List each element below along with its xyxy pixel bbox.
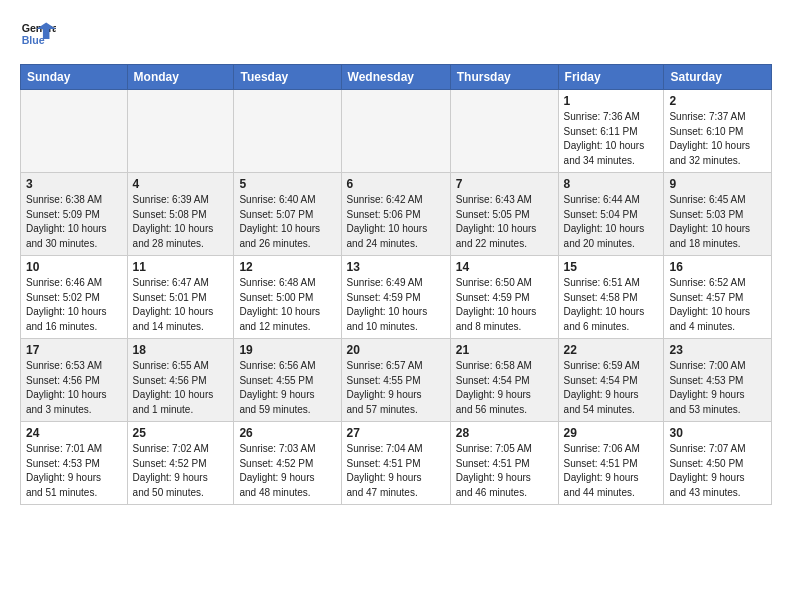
calendar-cell xyxy=(21,90,128,173)
calendar-cell xyxy=(127,90,234,173)
day-info: Sunrise: 7:02 AM Sunset: 4:52 PM Dayligh… xyxy=(133,442,229,500)
day-number: 27 xyxy=(347,426,445,440)
day-number: 4 xyxy=(133,177,229,191)
calendar-cell: 4Sunrise: 6:39 AM Sunset: 5:08 PM Daylig… xyxy=(127,173,234,256)
day-number: 8 xyxy=(564,177,659,191)
day-info: Sunrise: 6:43 AM Sunset: 5:05 PM Dayligh… xyxy=(456,193,553,251)
calendar-week-row: 24Sunrise: 7:01 AM Sunset: 4:53 PM Dayli… xyxy=(21,422,772,505)
calendar-cell: 21Sunrise: 6:58 AM Sunset: 4:54 PM Dayli… xyxy=(450,339,558,422)
calendar: SundayMondayTuesdayWednesdayThursdayFrid… xyxy=(20,64,772,505)
calendar-cell: 7Sunrise: 6:43 AM Sunset: 5:05 PM Daylig… xyxy=(450,173,558,256)
day-info: Sunrise: 7:04 AM Sunset: 4:51 PM Dayligh… xyxy=(347,442,445,500)
day-info: Sunrise: 6:47 AM Sunset: 5:01 PM Dayligh… xyxy=(133,276,229,334)
day-info: Sunrise: 6:53 AM Sunset: 4:56 PM Dayligh… xyxy=(26,359,122,417)
day-number: 22 xyxy=(564,343,659,357)
day-number: 21 xyxy=(456,343,553,357)
day-number: 6 xyxy=(347,177,445,191)
day-number: 28 xyxy=(456,426,553,440)
svg-text:Blue: Blue xyxy=(22,34,45,46)
calendar-cell: 14Sunrise: 6:50 AM Sunset: 4:59 PM Dayli… xyxy=(450,256,558,339)
day-number: 3 xyxy=(26,177,122,191)
logo: General Blue xyxy=(20,16,56,52)
calendar-weekday-friday: Friday xyxy=(558,65,664,90)
day-number: 5 xyxy=(239,177,335,191)
day-info: Sunrise: 7:37 AM Sunset: 6:10 PM Dayligh… xyxy=(669,110,766,168)
day-info: Sunrise: 6:58 AM Sunset: 4:54 PM Dayligh… xyxy=(456,359,553,417)
calendar-cell: 17Sunrise: 6:53 AM Sunset: 4:56 PM Dayli… xyxy=(21,339,128,422)
calendar-cell: 16Sunrise: 6:52 AM Sunset: 4:57 PM Dayli… xyxy=(664,256,772,339)
day-info: Sunrise: 6:49 AM Sunset: 4:59 PM Dayligh… xyxy=(347,276,445,334)
calendar-cell: 5Sunrise: 6:40 AM Sunset: 5:07 PM Daylig… xyxy=(234,173,341,256)
day-number: 16 xyxy=(669,260,766,274)
calendar-cell: 3Sunrise: 6:38 AM Sunset: 5:09 PM Daylig… xyxy=(21,173,128,256)
calendar-cell: 26Sunrise: 7:03 AM Sunset: 4:52 PM Dayli… xyxy=(234,422,341,505)
page: General Blue SundayMondayTuesdayWednesda… xyxy=(0,0,792,521)
day-info: Sunrise: 7:06 AM Sunset: 4:51 PM Dayligh… xyxy=(564,442,659,500)
calendar-cell: 23Sunrise: 7:00 AM Sunset: 4:53 PM Dayli… xyxy=(664,339,772,422)
calendar-week-row: 1Sunrise: 7:36 AM Sunset: 6:11 PM Daylig… xyxy=(21,90,772,173)
day-number: 14 xyxy=(456,260,553,274)
day-number: 13 xyxy=(347,260,445,274)
day-info: Sunrise: 6:42 AM Sunset: 5:06 PM Dayligh… xyxy=(347,193,445,251)
calendar-cell: 2Sunrise: 7:37 AM Sunset: 6:10 PM Daylig… xyxy=(664,90,772,173)
calendar-cell: 24Sunrise: 7:01 AM Sunset: 4:53 PM Dayli… xyxy=(21,422,128,505)
calendar-weekday-tuesday: Tuesday xyxy=(234,65,341,90)
day-info: Sunrise: 6:57 AM Sunset: 4:55 PM Dayligh… xyxy=(347,359,445,417)
day-info: Sunrise: 6:39 AM Sunset: 5:08 PM Dayligh… xyxy=(133,193,229,251)
day-number: 12 xyxy=(239,260,335,274)
day-number: 17 xyxy=(26,343,122,357)
calendar-cell: 12Sunrise: 6:48 AM Sunset: 5:00 PM Dayli… xyxy=(234,256,341,339)
calendar-cell: 11Sunrise: 6:47 AM Sunset: 5:01 PM Dayli… xyxy=(127,256,234,339)
calendar-weekday-monday: Monday xyxy=(127,65,234,90)
day-info: Sunrise: 7:07 AM Sunset: 4:50 PM Dayligh… xyxy=(669,442,766,500)
day-number: 9 xyxy=(669,177,766,191)
calendar-week-row: 10Sunrise: 6:46 AM Sunset: 5:02 PM Dayli… xyxy=(21,256,772,339)
day-info: Sunrise: 7:36 AM Sunset: 6:11 PM Dayligh… xyxy=(564,110,659,168)
calendar-weekday-thursday: Thursday xyxy=(450,65,558,90)
calendar-cell: 8Sunrise: 6:44 AM Sunset: 5:04 PM Daylig… xyxy=(558,173,664,256)
calendar-cell xyxy=(234,90,341,173)
calendar-cell: 30Sunrise: 7:07 AM Sunset: 4:50 PM Dayli… xyxy=(664,422,772,505)
calendar-cell: 28Sunrise: 7:05 AM Sunset: 4:51 PM Dayli… xyxy=(450,422,558,505)
day-info: Sunrise: 7:03 AM Sunset: 4:52 PM Dayligh… xyxy=(239,442,335,500)
day-info: Sunrise: 6:51 AM Sunset: 4:58 PM Dayligh… xyxy=(564,276,659,334)
calendar-cell: 6Sunrise: 6:42 AM Sunset: 5:06 PM Daylig… xyxy=(341,173,450,256)
calendar-cell: 10Sunrise: 6:46 AM Sunset: 5:02 PM Dayli… xyxy=(21,256,128,339)
day-info: Sunrise: 6:56 AM Sunset: 4:55 PM Dayligh… xyxy=(239,359,335,417)
calendar-cell: 22Sunrise: 6:59 AM Sunset: 4:54 PM Dayli… xyxy=(558,339,664,422)
day-info: Sunrise: 6:40 AM Sunset: 5:07 PM Dayligh… xyxy=(239,193,335,251)
day-info: Sunrise: 6:45 AM Sunset: 5:03 PM Dayligh… xyxy=(669,193,766,251)
calendar-cell: 1Sunrise: 7:36 AM Sunset: 6:11 PM Daylig… xyxy=(558,90,664,173)
calendar-cell: 20Sunrise: 6:57 AM Sunset: 4:55 PM Dayli… xyxy=(341,339,450,422)
calendar-cell: 18Sunrise: 6:55 AM Sunset: 4:56 PM Dayli… xyxy=(127,339,234,422)
day-number: 20 xyxy=(347,343,445,357)
day-info: Sunrise: 6:46 AM Sunset: 5:02 PM Dayligh… xyxy=(26,276,122,334)
calendar-cell xyxy=(341,90,450,173)
day-number: 18 xyxy=(133,343,229,357)
day-number: 19 xyxy=(239,343,335,357)
day-number: 11 xyxy=(133,260,229,274)
day-info: Sunrise: 6:48 AM Sunset: 5:00 PM Dayligh… xyxy=(239,276,335,334)
day-number: 25 xyxy=(133,426,229,440)
calendar-cell: 13Sunrise: 6:49 AM Sunset: 4:59 PM Dayli… xyxy=(341,256,450,339)
day-number: 24 xyxy=(26,426,122,440)
day-info: Sunrise: 6:44 AM Sunset: 5:04 PM Dayligh… xyxy=(564,193,659,251)
day-info: Sunrise: 6:52 AM Sunset: 4:57 PM Dayligh… xyxy=(669,276,766,334)
day-info: Sunrise: 6:59 AM Sunset: 4:54 PM Dayligh… xyxy=(564,359,659,417)
calendar-week-row: 17Sunrise: 6:53 AM Sunset: 4:56 PM Dayli… xyxy=(21,339,772,422)
day-number: 29 xyxy=(564,426,659,440)
day-info: Sunrise: 6:50 AM Sunset: 4:59 PM Dayligh… xyxy=(456,276,553,334)
logo-icon: General Blue xyxy=(20,16,56,52)
calendar-cell xyxy=(450,90,558,173)
day-info: Sunrise: 7:00 AM Sunset: 4:53 PM Dayligh… xyxy=(669,359,766,417)
day-number: 7 xyxy=(456,177,553,191)
day-number: 2 xyxy=(669,94,766,108)
day-info: Sunrise: 7:05 AM Sunset: 4:51 PM Dayligh… xyxy=(456,442,553,500)
calendar-week-row: 3Sunrise: 6:38 AM Sunset: 5:09 PM Daylig… xyxy=(21,173,772,256)
calendar-cell: 27Sunrise: 7:04 AM Sunset: 4:51 PM Dayli… xyxy=(341,422,450,505)
calendar-weekday-sunday: Sunday xyxy=(21,65,128,90)
calendar-cell: 29Sunrise: 7:06 AM Sunset: 4:51 PM Dayli… xyxy=(558,422,664,505)
calendar-cell: 25Sunrise: 7:02 AM Sunset: 4:52 PM Dayli… xyxy=(127,422,234,505)
header: General Blue xyxy=(20,16,772,52)
calendar-cell: 15Sunrise: 6:51 AM Sunset: 4:58 PM Dayli… xyxy=(558,256,664,339)
